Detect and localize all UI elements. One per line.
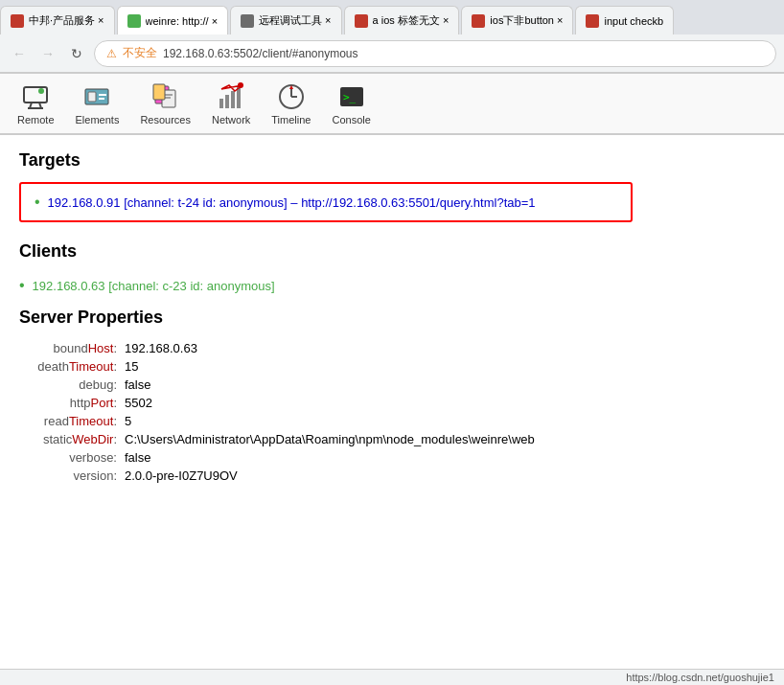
elements-icon [81, 81, 112, 112]
tab1-label: 中邦·产品服务 × [29, 13, 104, 28]
timeline-icon [276, 81, 307, 112]
prop-row-debug: debug:false [19, 376, 765, 394]
tab5-label: ios下非button × [490, 13, 563, 28]
prop-key-normal-boundHost: bound [53, 341, 87, 355]
toolbar-remote-label: Remote [17, 114, 55, 126]
weinre-toolbar: Remote Elements Resources [0, 74, 784, 135]
forward-button[interactable]: → [36, 42, 59, 65]
prop-val-staticWebDir: C:\Users\Administrator\AppData\Roaming\n… [125, 432, 535, 446]
prop-key-normal-httpPort: http [70, 396, 91, 410]
prop-rows: boundHost:192.168.0.63deathTimeout:15deb… [19, 339, 765, 485]
targets-heading: Targets [19, 150, 765, 171]
prop-val-boundHost: 192.168.0.63 [125, 341, 197, 355]
toolbar-console[interactable]: >_ Console [322, 78, 380, 129]
client-item-0: • 192.168.0.63 [channel: c-23 id: anonym… [19, 273, 765, 298]
prop-key-normal-readTimeout: read [44, 414, 69, 428]
svg-rect-6 [88, 92, 96, 102]
prop-key-highlight-readTimeout: Timeout [69, 414, 113, 428]
prop-row-staticWebDir: staticWebDir:C:\Users\Administrator\AppD… [19, 430, 765, 448]
prop-row-deathTimeout: deathTimeout:15 [19, 357, 765, 376]
tab-1[interactable]: 中邦·产品服务 × [0, 6, 115, 34]
tab6-label: input checkb [604, 15, 663, 27]
prop-row-version: version:2.0.0-pre-I0Z7U9OV [19, 467, 765, 485]
tab2-favicon [127, 14, 141, 28]
prop-key-highlight-deathTimeout: Timeout [69, 359, 113, 374]
prop-val-httpPort: 5502 [125, 396, 152, 410]
prop-key-version: version: [19, 468, 125, 483]
prop-key-httpPort: httpPort: [19, 396, 125, 410]
tab4-favicon [355, 14, 368, 28]
target-link-0[interactable]: 192.168.0.91 [channel: t-24 id: anonymou… [48, 195, 536, 210]
toolbar-resources[interactable]: Resources [130, 78, 200, 129]
toolbar-network[interactable]: Network [202, 78, 260, 129]
prop-row-verbose: verbose:false [19, 448, 765, 467]
tab4-label: a ios 标签无文 × [373, 13, 450, 28]
toolbar-timeline-label: Timeline [271, 114, 311, 126]
target-box: • 192.168.0.91 [channel: t-24 id: anonym… [19, 182, 633, 222]
address-field[interactable]: ⚠ 不安全 192.168.0.63:5502/client/#anonymou… [94, 40, 776, 67]
toolbar-elements-label: Elements [76, 114, 120, 126]
prop-key-highlight-staticWebDir: WebDir [72, 432, 113, 446]
prop-key-normal-staticWebDir: static [43, 432, 72, 446]
svg-point-19 [238, 82, 243, 88]
browser-chrome: 中邦·产品服务 × weinre: http:// × 远程调试工具 × a i… [0, 0, 784, 74]
tab-bar: 中邦·产品服务 × weinre: http:// × 远程调试工具 × a i… [0, 0, 784, 34]
targets-section: Targets • 192.168.0.91 [channel: t-24 id… [19, 150, 765, 232]
toolbar-console-label: Console [332, 114, 370, 126]
tab2-label: weinre: http:// × [146, 15, 219, 27]
svg-rect-15 [225, 95, 229, 108]
client-text-0: 192.168.0.63 [channel: c-23 id: anonymou… [33, 279, 275, 293]
client-bullet: • [19, 277, 25, 294]
prop-key-debug: debug: [19, 377, 125, 392]
resources-icon [150, 81, 181, 112]
remote-icon [20, 81, 51, 112]
tab-4[interactable]: a ios 标签无文 × [344, 6, 460, 34]
prop-key-normal-deathTimeout: death [37, 359, 69, 374]
toolbar-timeline[interactable]: Timeline [262, 78, 320, 129]
server-properties-section: Server Properties boundHost:192.168.0.63… [19, 308, 765, 485]
svg-rect-14 [219, 99, 223, 108]
reload-button[interactable]: ↻ [65, 42, 88, 65]
tab5-favicon [472, 14, 485, 28]
console-icon: >_ [336, 81, 367, 112]
target-bullet: • [35, 194, 40, 211]
prop-row-httpPort: httpPort:5502 [19, 394, 765, 412]
main-content: Targets • 192.168.0.91 [channel: t-24 id… [0, 135, 784, 500]
prop-key-deathTimeout: deathTimeout: [19, 359, 125, 374]
target-item-0: • 192.168.0.91 [channel: t-24 id: anonym… [35, 194, 617, 211]
clients-section: Clients • 192.168.0.63 [channel: c-23 id… [19, 241, 765, 298]
back-button[interactable]: ← [8, 42, 31, 65]
prop-key-highlight-httpPort: Port [91, 396, 114, 410]
insecure-icon: ⚠ [106, 47, 117, 60]
insecure-label: 不安全 [123, 45, 157, 61]
tab-3[interactable]: 远程调试工具 × [230, 6, 341, 34]
network-icon [216, 81, 246, 112]
toolbar-remote[interactable]: Remote [8, 78, 64, 129]
tab1-favicon [11, 14, 24, 28]
toolbar-elements[interactable]: Elements [66, 78, 129, 129]
prop-key-readTimeout: readTimeout: [19, 414, 125, 428]
prop-key-verbose: verbose: [19, 450, 125, 465]
tab6-favicon [586, 14, 599, 28]
address-text: 192.168.0.63:5502/client/#anonymous [163, 47, 358, 60]
toolbar-resources-label: Resources [140, 114, 191, 126]
clients-heading: Clients [19, 241, 765, 262]
server-properties-heading: Server Properties [19, 308, 765, 328]
tab3-label: 远程调试工具 × [259, 13, 331, 28]
prop-val-readTimeout: 5 [125, 414, 131, 428]
svg-rect-17 [237, 87, 241, 108]
tab-5[interactable]: ios下非button × [461, 6, 573, 34]
prop-key-highlight-boundHost: Host [88, 341, 114, 355]
prop-val-verbose: false [125, 450, 150, 465]
tab-2[interactable]: weinre: http:// × [117, 6, 229, 34]
svg-rect-13 [153, 84, 165, 100]
tab-6[interactable]: input checkb [575, 6, 674, 34]
svg-text:>_: >_ [343, 91, 357, 103]
prop-key-staticWebDir: staticWebDir: [19, 432, 125, 446]
prop-val-version: 2.0.0-pre-I0Z7U9OV [125, 468, 238, 483]
address-bar-row: ← → ↻ ⚠ 不安全 192.168.0.63:5502/client/#an… [0, 34, 784, 73]
prop-row-readTimeout: readTimeout:5 [19, 412, 765, 430]
prop-val-deathTimeout: 15 [125, 359, 138, 374]
svg-point-4 [38, 88, 44, 94]
prop-key-boundHost: boundHost: [19, 341, 125, 355]
